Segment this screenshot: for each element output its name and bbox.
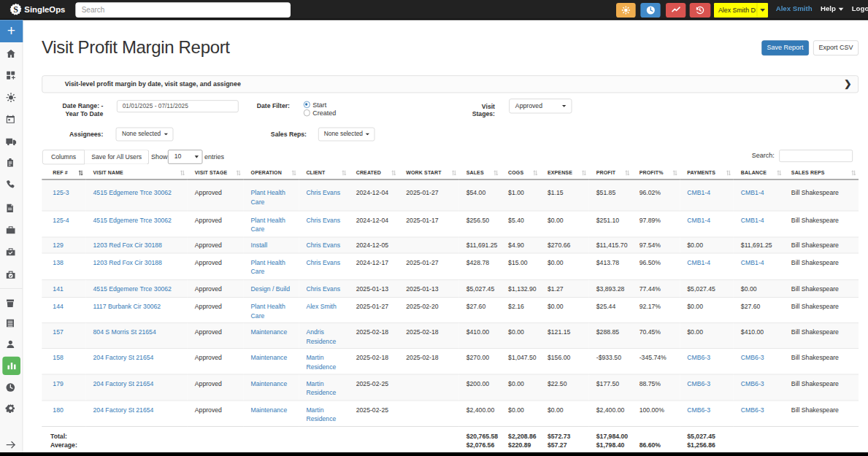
svg-text:S: S (13, 4, 18, 15)
